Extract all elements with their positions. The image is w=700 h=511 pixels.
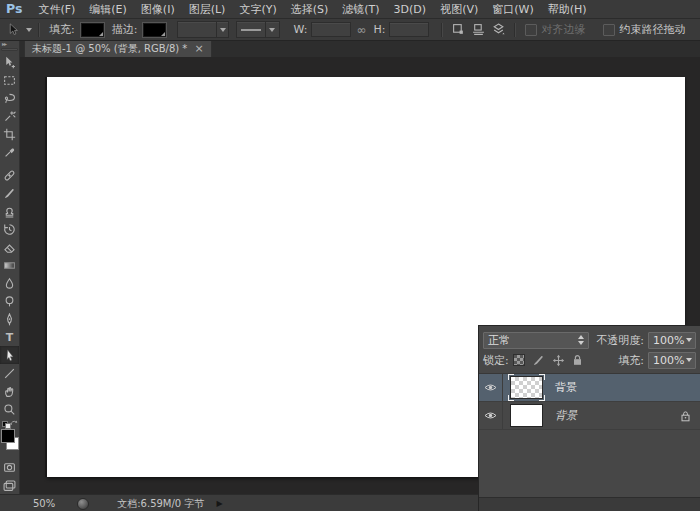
pen-tool[interactable] [0, 310, 19, 328]
height-label: H: [373, 23, 385, 36]
eye-icon [484, 411, 497, 420]
screen-mode-icon [3, 479, 16, 492]
menu-window[interactable]: 窗口(W) [485, 2, 540, 17]
layers-panel: 正常 不透明度: 100% 锁定: [478, 325, 700, 511]
tool-preset-button[interactable] [4, 22, 22, 38]
lasso-tool-icon [3, 92, 16, 105]
visibility-cell[interactable] [479, 374, 503, 401]
history-brush-tool-icon [3, 223, 16, 236]
constrain-path-checkbox[interactable] [603, 24, 615, 36]
menu-layer[interactable]: 图层(L) [182, 2, 233, 17]
path-alignment-icon [472, 23, 485, 36]
opacity-dropdown[interactable]: 100% [648, 332, 696, 349]
zoom-tool[interactable] [0, 400, 19, 418]
thumb-selection-corner [508, 374, 514, 380]
crop-tool[interactable] [0, 125, 19, 143]
path-arrangement-button[interactable] [489, 22, 507, 38]
width-label: W: [293, 23, 307, 36]
tab-close-icon[interactable]: × [194, 44, 203, 54]
quick-selection-tool[interactable] [0, 107, 19, 125]
menu-file[interactable]: 文件(F) [31, 2, 82, 17]
foreground-color-swatch[interactable] [1, 429, 15, 443]
menu-help[interactable]: 帮助(H) [541, 2, 594, 17]
layer-thumbnail[interactable] [510, 404, 543, 427]
layer-name[interactable]: 背景 [555, 380, 577, 395]
fill-dropdown[interactable]: 100% [648, 352, 696, 369]
dodge-tool-icon [3, 295, 16, 308]
fill-value: 100% [653, 354, 684, 367]
stroke-color-swatch[interactable] [143, 23, 166, 37]
path-selection-tool[interactable] [0, 346, 19, 364]
menu-image[interactable]: 图像(I) [134, 2, 182, 17]
lock-all-icon[interactable] [572, 354, 583, 366]
blur-tool-icon [3, 277, 16, 290]
quick-mask-button[interactable] [0, 458, 19, 476]
blend-mode-updown-icon [578, 335, 584, 345]
stroke-width-combo[interactable] [177, 21, 229, 38]
eyedropper-tool[interactable] [0, 143, 19, 161]
menu-3d[interactable]: 3D(D) [387, 3, 434, 16]
hand-tool-icon [3, 385, 16, 398]
clone-stamp-tool[interactable] [0, 202, 19, 220]
lock-transparency-icon[interactable] [513, 354, 525, 366]
document-tab[interactable]: 未标题-1 @ 50% (背景, RGB/8) * × [24, 39, 212, 57]
fill-color-swatch[interactable] [81, 23, 104, 37]
menu-select[interactable]: 选择(S) [284, 2, 336, 17]
eraser-tool[interactable] [0, 238, 19, 256]
blend-mode-dropdown[interactable]: 正常 [483, 332, 589, 349]
screen-mode-button[interactable] [0, 476, 19, 494]
stroke-type-dropdown-icon[interactable] [265, 22, 277, 37]
menu-filter[interactable]: 滤镜(T) [335, 2, 386, 17]
dodge-tool[interactable] [0, 292, 19, 310]
move-tool[interactable] [0, 53, 19, 71]
zoom-level-field[interactable]: 50% [33, 498, 55, 509]
line-tool[interactable] [0, 364, 19, 382]
opacity-value: 100% [653, 334, 684, 347]
layer-thumbnail[interactable] [510, 376, 543, 399]
layer-name[interactable]: 背景 [555, 408, 577, 423]
lock-label: 锁定: [483, 353, 509, 368]
zoom-tool-icon [3, 403, 16, 416]
move-tool-icon [3, 56, 16, 69]
toolbox-collapse-icon[interactable]: ▸▸ [0, 40, 6, 47]
status-flyout-arrow-icon[interactable]: ▶ [216, 499, 222, 508]
lasso-tool[interactable] [0, 89, 19, 107]
lock-position-icon[interactable] [552, 354, 565, 367]
menu-view[interactable]: 视图(V) [433, 2, 485, 17]
hand-tool[interactable] [0, 382, 19, 400]
tool-preset-dropdown-icon[interactable] [26, 28, 32, 32]
path-selection-cursor-icon [7, 23, 20, 36]
lock-pixels-icon[interactable] [532, 354, 545, 367]
height-input[interactable] [389, 22, 429, 37]
type-tool[interactable]: T [0, 328, 19, 346]
gradient-tool[interactable] [0, 256, 19, 274]
brush-tool[interactable] [0, 184, 19, 202]
rectangular-marquee-tool[interactable] [0, 71, 19, 89]
fill-label: 填充: [618, 353, 644, 368]
eraser-tool-icon [3, 241, 16, 254]
link-dimensions-icon[interactable]: ∞ [356, 23, 366, 37]
menu-edit[interactable]: 编辑(E) [82, 2, 134, 17]
history-brush-tool[interactable] [0, 220, 19, 238]
type-tool-icon: T [6, 332, 14, 343]
eyedropper-tool-icon [3, 146, 16, 159]
width-input[interactable] [311, 22, 351, 37]
layer-row-background[interactable]: 背景 [479, 402, 700, 430]
path-operations-button[interactable] [449, 22, 467, 38]
visibility-cell[interactable] [479, 402, 503, 429]
separator [441, 23, 442, 37]
line-tool-icon [3, 367, 16, 380]
spot-healing-brush-tool[interactable] [0, 166, 19, 184]
color-swatches [0, 429, 19, 455]
path-alignment-button[interactable] [469, 22, 487, 38]
stroke-width-dropdown-icon[interactable] [216, 22, 228, 37]
photoshop-logo: Ps [0, 1, 31, 17]
blur-tool[interactable] [0, 274, 19, 292]
pen-tool-icon [3, 313, 16, 326]
swap-colors-icon[interactable] [10, 419, 18, 427]
menu-type[interactable]: 文字(Y) [232, 2, 283, 17]
align-edges-checkbox[interactable] [525, 24, 537, 36]
layer-row-background-copy[interactable]: 背景 [479, 374, 700, 402]
stroke-type-combo[interactable] [236, 21, 280, 38]
toolbox-grabber[interactable] [1, 48, 18, 51]
